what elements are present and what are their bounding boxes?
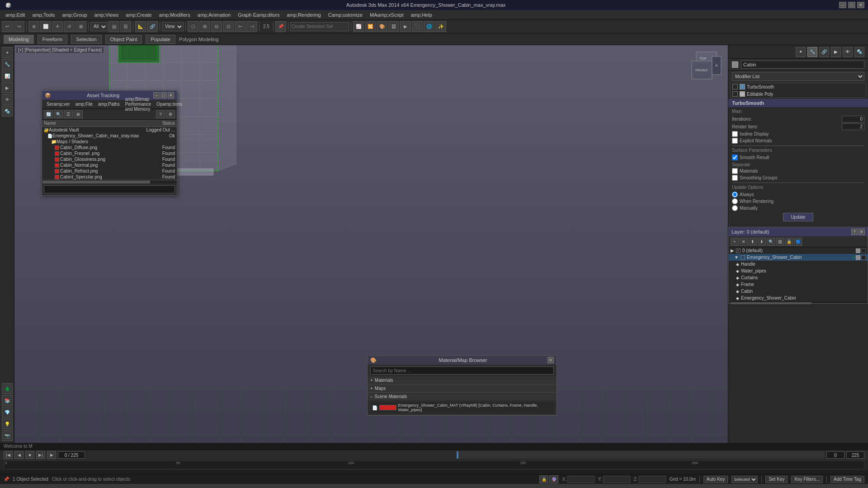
menu-create[interactable]: amp;Create bbox=[122, 11, 155, 19]
set-key-button[interactable]: Set Key bbox=[765, 476, 788, 483]
array-button[interactable]: ⊟ bbox=[211, 21, 222, 32]
mb-close-button[interactable]: ✕ bbox=[547, 357, 554, 363]
mod-row-editpoly[interactable]: E Editable Poly bbox=[731, 90, 866, 98]
at-row-fresnel[interactable]: Cabin_Fresnel .png Found bbox=[42, 150, 177, 156]
material-explorer-btn[interactable]: 💎 bbox=[2, 407, 13, 418]
at-help[interactable]: ? bbox=[156, 110, 165, 118]
mb-scene-header[interactable]: – Scene Materials bbox=[368, 393, 557, 400]
environment-button[interactable]: 🌐 bbox=[424, 21, 434, 32]
key-filters-button[interactable]: Key Filters... bbox=[791, 476, 823, 483]
navigation-cube[interactable]: TOP FRONT R bbox=[687, 50, 723, 86]
lp-row-cabin[interactable]: ▼ Emergency_Shower_Cabin ✓ bbox=[729, 254, 868, 261]
reference-dropdown[interactable]: All bbox=[90, 22, 108, 31]
render-button[interactable]: ▶ bbox=[400, 21, 411, 32]
display-tab[interactable]: 👁 bbox=[2, 94, 13, 105]
menu-graph-editors[interactable]: Graph Eamp;ditors bbox=[234, 11, 283, 19]
at-scrollbar[interactable] bbox=[42, 180, 177, 183]
close-button[interactable]: ✕ bbox=[857, 2, 864, 8]
menu-modifiers[interactable]: amp;Modifiers bbox=[156, 11, 194, 19]
lp-scrollbar-thumb[interactable] bbox=[731, 302, 811, 304]
isoline-checkbox[interactable] bbox=[732, 131, 738, 137]
tl-track[interactable] bbox=[457, 451, 825, 459]
cp-utilities-icon[interactable]: 🔩 bbox=[854, 47, 864, 57]
at-row-diffuse[interactable]: Cabin_Diffuse.png Found bbox=[42, 145, 177, 150]
schematic-button[interactable]: 🔀 bbox=[365, 21, 376, 32]
lp-btn-3[interactable]: ⬆ bbox=[749, 238, 757, 246]
clone-button[interactable]: ⊡ bbox=[223, 21, 234, 32]
mb-maps-header[interactable]: + Maps bbox=[368, 385, 557, 392]
obj-color-swatch[interactable] bbox=[732, 61, 738, 68]
layer-explorer-btn[interactable]: 📚 bbox=[2, 395, 13, 406]
lp-btn-2[interactable]: ✕ bbox=[740, 238, 748, 246]
lp-vis-cabin[interactable] bbox=[856, 255, 860, 260]
material-editor-button[interactable]: 🎨 bbox=[377, 21, 387, 32]
lp-close-button[interactable]: ✕ bbox=[859, 229, 865, 235]
mod-checkbox-turbosmooth[interactable] bbox=[732, 84, 738, 89]
at-row-specular[interactable]: Cabint_Specular.png Found bbox=[42, 174, 177, 180]
z-input[interactable] bbox=[639, 476, 666, 483]
move-button[interactable]: ✛ bbox=[52, 21, 63, 32]
spacing-button[interactable]: ⊢ bbox=[235, 21, 245, 32]
minimize-button[interactable]: – bbox=[839, 2, 846, 8]
tl-prev-frame[interactable]: |◀ bbox=[4, 451, 13, 459]
tl-ruler-area[interactable]: 0 50 100 150 200 bbox=[4, 460, 864, 469]
normal-button[interactable]: ⊣ bbox=[246, 21, 257, 32]
iterations-input[interactable] bbox=[842, 116, 864, 122]
scale-button[interactable]: ⊠ bbox=[75, 21, 86, 32]
lp-row-waterpipes[interactable]: ◆ Water_pipes bbox=[734, 267, 868, 274]
lp-help-button[interactable]: ? bbox=[851, 229, 858, 235]
at-refresh[interactable]: 🔄 bbox=[44, 110, 53, 118]
filter-button[interactable]: ▤ bbox=[108, 21, 119, 32]
lp-row-curtains[interactable]: ◆ Curtains bbox=[734, 274, 868, 281]
at-minimize[interactable]: – bbox=[153, 92, 160, 99]
select-button[interactable]: ⊕ bbox=[28, 21, 39, 32]
lp-btn-6[interactable]: ⛓ bbox=[776, 238, 784, 246]
autokey-button[interactable]: Auto Key bbox=[703, 476, 728, 483]
menu-help[interactable]: amp;Help bbox=[407, 11, 436, 19]
cp-create-icon[interactable]: ✦ bbox=[796, 47, 806, 57]
at-search-input[interactable] bbox=[44, 185, 175, 193]
hierarchy-tab[interactable]: 📊 bbox=[2, 70, 13, 81]
redo-button[interactable]: ↪ bbox=[14, 21, 24, 32]
menu-maxscript[interactable]: MAamp;xScript bbox=[366, 11, 407, 19]
tl-play-btn[interactable]: ◀ bbox=[14, 451, 24, 459]
cp-motion-icon[interactable]: ▶ bbox=[831, 47, 841, 57]
lp-row-frame[interactable]: ◆ Frame bbox=[734, 281, 868, 288]
tab-modeling[interactable]: Modeling bbox=[4, 35, 34, 44]
select-region-button[interactable]: ⬜ bbox=[40, 21, 51, 32]
lp-btn-4[interactable]: ⬇ bbox=[758, 238, 766, 246]
modifier-list-dropdown[interactable]: Modifier List bbox=[732, 72, 864, 81]
snap-button[interactable]: 📐 bbox=[135, 21, 146, 32]
tab-populate[interactable]: Populate bbox=[146, 35, 175, 44]
at-list-view[interactable]: ☰ bbox=[64, 110, 73, 118]
menu-tools[interactable]: amp;Tools bbox=[28, 11, 58, 19]
camera-explorer-btn[interactable]: 📷 bbox=[2, 430, 13, 441]
lp-row-emergency[interactable]: ◆ Emergency_Shower_Cabin bbox=[734, 295, 868, 301]
tl-stop-btn[interactable]: ■ bbox=[25, 451, 34, 459]
x-input[interactable] bbox=[567, 476, 594, 483]
lp-row-handle[interactable]: ◆ Handle bbox=[734, 261, 868, 267]
at-close[interactable]: ✕ bbox=[168, 92, 174, 99]
at-menu-bitmap[interactable]: amp;Bitmap Performance and Memory bbox=[123, 96, 154, 113]
at-row-refract[interactable]: Cabin_Refract.png Found bbox=[42, 168, 177, 174]
obj-name-input[interactable] bbox=[741, 61, 864, 69]
lp-btn-5[interactable]: 🔍 bbox=[767, 238, 775, 246]
snap2-button[interactable]: 🔗 bbox=[147, 21, 158, 32]
turbsmooth-section-header[interactable]: TurboSmooth bbox=[728, 99, 868, 107]
manually-radio[interactable] bbox=[732, 205, 738, 211]
lp-row-cabin-obj[interactable]: ◆ Cabin bbox=[734, 288, 868, 295]
status-magnet-btn[interactable]: 🔮 bbox=[549, 475, 558, 483]
y-input[interactable] bbox=[603, 476, 630, 483]
lp-vis-default[interactable] bbox=[856, 249, 860, 253]
view-dropdown[interactable]: View bbox=[162, 22, 184, 31]
mod-row-turbsmooth[interactable]: T TurboSmooth bbox=[731, 83, 866, 90]
tl-position-marker[interactable] bbox=[457, 451, 458, 459]
at-find[interactable]: 🔍 bbox=[54, 110, 63, 118]
selected-dropdown[interactable]: Selected bbox=[731, 476, 758, 483]
at-row-normal[interactable]: Cabin_Normal.png Found bbox=[42, 162, 177, 168]
at-menu-server[interactable]: Seramp;ver bbox=[44, 101, 73, 108]
menu-edit[interactable]: amp;Edit bbox=[2, 11, 28, 19]
scene-explorer-btn[interactable]: 🌲 bbox=[2, 383, 13, 394]
motion-tab[interactable]: ▶ bbox=[2, 82, 13, 93]
mb-mat-row[interactable]: 📄 Emergency_Shower_Cabin_MAT (VRayMtl) [… bbox=[370, 402, 554, 413]
